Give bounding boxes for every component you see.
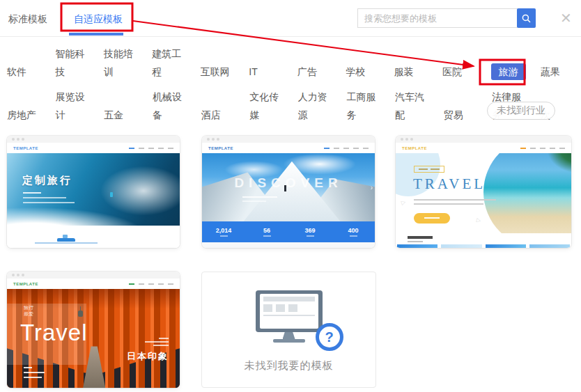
category-item[interactable]: 智能科技 xyxy=(55,45,88,81)
stat: 56 xyxy=(245,221,288,242)
template-footer xyxy=(7,226,180,248)
stat: 2,014 xyxy=(202,221,245,242)
template-card-wave-travel[interactable]: TEMPLATE 定制旅行 xyxy=(7,136,180,248)
template-hero-title: DISCOVER xyxy=(202,175,375,191)
template-logo: TEMPLATE xyxy=(402,146,427,150)
template-picker-modal: 标准模板 自适应模板 ✕ 软件 智能科技 技能培训 建筑工程 互联网 IT 广告… xyxy=(0,0,581,392)
category-item[interactable]: 医院 xyxy=(442,63,476,81)
question-icon: ? xyxy=(316,323,343,351)
close-icon[interactable]: ✕ xyxy=(560,9,572,27)
category-item[interactable]: 服装 xyxy=(394,63,428,81)
header-divider xyxy=(0,36,581,37)
not-found-label: 未找到我要的模板 xyxy=(202,359,375,373)
template-site-header: TEMPLATE xyxy=(202,143,375,153)
search-icon xyxy=(522,14,531,23)
template-hero-title: 定制旅行 xyxy=(22,174,72,187)
template-nav xyxy=(129,148,173,149)
category-item[interactable]: 酒店 xyxy=(201,106,235,124)
window-dots-icon xyxy=(396,136,571,143)
template-logo: TEMPLATE xyxy=(13,282,38,286)
category-item[interactable]: 建筑工程 xyxy=(152,45,185,81)
boat xyxy=(57,238,75,242)
surfer xyxy=(110,192,113,197)
template-card-travel-beach[interactable]: TEMPLATE TRAVEL ▷ ▷ xyxy=(396,136,571,248)
hero-tagline: 旅行 最爱 xyxy=(24,304,33,317)
template-hero-title: Travel xyxy=(20,320,87,346)
category-item[interactable]: 人力资源 xyxy=(298,88,332,124)
category-item[interactable]: 展览设计 xyxy=(56,88,89,124)
category-item[interactable]: 学校 xyxy=(346,63,379,81)
template-hero-title: TRAVEL xyxy=(413,175,486,193)
carousel-next-icon: › xyxy=(371,184,373,191)
search-input[interactable] xyxy=(357,8,518,28)
template-card-japan-travel[interactable]: TEMPLATE 旅行 最爱 Travel 日本印象 xyxy=(7,272,180,388)
template-logo: TEMPLATE xyxy=(208,146,233,150)
person xyxy=(284,185,286,191)
category-item[interactable]: 互联网 xyxy=(201,63,234,81)
template-nav xyxy=(129,283,173,285)
template-lower-section xyxy=(396,233,571,248)
template-hero-beach: TRAVEL ▷ ▷ xyxy=(396,153,571,233)
beach-photo-circle xyxy=(483,153,571,233)
stat: 369 xyxy=(288,221,332,242)
category-item[interactable]: 机械设备 xyxy=(153,88,186,124)
stat: 400 xyxy=(332,221,375,242)
template-footer xyxy=(202,242,375,248)
category-item[interactable]: 技能培训 xyxy=(104,45,137,81)
category-item[interactable]: 蔬果 xyxy=(541,63,574,81)
industry-not-found-tooltip: 未找到行业 xyxy=(487,102,555,120)
hero-subtitle: 日本印象 xyxy=(127,350,169,363)
template-card-discover[interactable]: TEMPLATE DISCOVER › 2,014 56 369 400 xyxy=(202,136,375,248)
template-nav xyxy=(324,148,369,149)
category-item[interactable]: IT xyxy=(249,63,282,81)
template-logo: TEMPLATE xyxy=(13,146,38,150)
template-hero-torii: 旅行 最爱 Travel 日本印象 xyxy=(7,289,180,388)
category-item[interactable]: 文化传媒 xyxy=(249,88,283,124)
tab-adaptive-templates[interactable]: 自适应模板 xyxy=(74,13,123,26)
hero-tag-label xyxy=(414,166,444,173)
hero-button xyxy=(414,213,450,224)
window-dots-icon xyxy=(7,272,180,279)
category-item[interactable]: 贸易 xyxy=(444,106,477,124)
category-item[interactable]: 工商服务 xyxy=(346,88,380,124)
stats-bar: 2,014 56 369 400 xyxy=(202,221,375,242)
window-dots-icon xyxy=(202,136,375,143)
category-item[interactable]: 汽车汽配 xyxy=(395,88,428,124)
template-site-header: TEMPLATE xyxy=(7,143,180,153)
doodle-plane-icon: ▷ xyxy=(476,217,481,224)
category-item[interactable]: 软件 xyxy=(7,63,40,81)
category-item[interactable]: 房地产 xyxy=(7,106,40,124)
search-button[interactable] xyxy=(517,8,536,28)
category-row-1: 软件 智能科技 技能培训 建筑工程 互联网 IT 广告 学校 服装 医院 旅游 … xyxy=(7,43,574,81)
template-not-found-card[interactable]: ? 未找到我要的模板 xyxy=(201,272,376,388)
template-site-header: TEMPLATE xyxy=(396,143,571,153)
doodle-plane-icon: ▷ xyxy=(401,198,407,206)
selected-category-pill[interactable]: 旅游 xyxy=(491,63,526,80)
palm-tree xyxy=(548,153,571,173)
tab-standard-templates[interactable]: 标准模板 xyxy=(8,13,47,26)
template-nav xyxy=(520,148,565,149)
category-item-travel-selected[interactable]: 旅游 xyxy=(491,63,526,81)
template-site-header: TEMPLATE xyxy=(7,279,180,289)
template-hero-wave: 定制旅行 xyxy=(7,153,180,226)
active-tab-underline xyxy=(69,33,123,36)
monitor-icon: ? xyxy=(256,290,323,343)
window-dots-icon xyxy=(7,136,180,143)
category-item[interactable]: 五金 xyxy=(104,106,137,124)
category-item[interactable]: 广告 xyxy=(297,63,331,81)
card-strip xyxy=(396,244,571,248)
template-hero-mountain: DISCOVER › xyxy=(202,153,375,221)
